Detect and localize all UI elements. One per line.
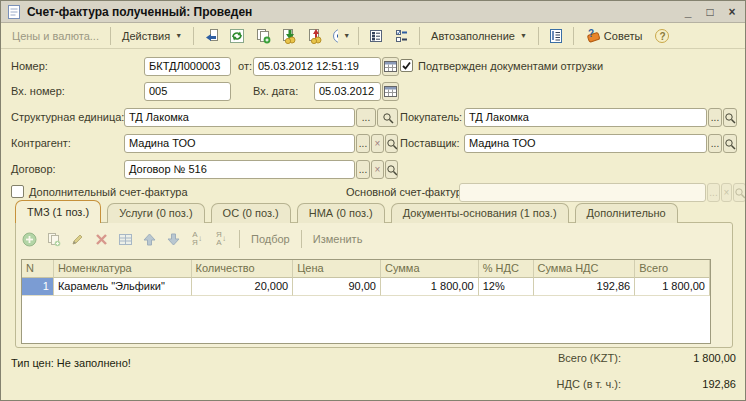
additional-invoice-checkbox[interactable] — [11, 185, 24, 198]
delete-row-button[interactable] — [92, 230, 110, 248]
contractor-open-button[interactable] — [385, 134, 398, 153]
separator — [538, 27, 539, 45]
structural-unit-field[interactable]: ТД Лакомка — [124, 108, 355, 127]
buyer-select-button[interactable]: ... — [708, 108, 722, 127]
post-document-button[interactable] — [277, 25, 301, 47]
prices-currency-button[interactable]: Цены и валюта... — [6, 25, 105, 47]
main-invoice-select-button[interactable]: ... — [707, 183, 720, 202]
in-date-calendar-button[interactable] — [382, 82, 399, 101]
move-down-button[interactable] — [164, 230, 182, 248]
copy-row-icon — [46, 232, 61, 247]
related-documents-button[interactable] — [544, 25, 568, 47]
minimize-button[interactable]: _ — [681, 5, 695, 19]
contractor-field[interactable]: Мадина ТОО — [124, 134, 355, 153]
pick-button[interactable]: Подбор — [249, 233, 292, 245]
table-cell[interactable]: 12% — [479, 278, 534, 296]
tab-services[interactable]: Услуги (0 поз.) — [107, 203, 204, 223]
in-number-label: Вх. номер: — [11, 85, 65, 97]
confirmed-checkbox[interactable] — [400, 59, 413, 72]
list-rows-button[interactable] — [364, 25, 388, 47]
grid-icon — [118, 232, 133, 247]
tips-button[interactable]: ? Советы — [579, 25, 648, 47]
column-header[interactable]: Номенклатура — [54, 260, 192, 278]
maximize-button[interactable]: □ — [703, 5, 717, 19]
items-table[interactable]: NНоменклатураКоличествоЦенаСумма% НДССум… — [21, 259, 711, 344]
column-header[interactable]: Сумма НДС — [534, 260, 636, 278]
actions-menu-button[interactable]: Действия▼ — [116, 25, 188, 47]
date-field[interactable]: 05.03.2012 12:51:19 — [253, 57, 381, 76]
tab-basis-documents[interactable]: Документы-основания (1 поз.) — [391, 203, 569, 223]
buyer-field[interactable]: ТД Лакомка — [464, 108, 707, 127]
table-cell[interactable]: 1 800,00 — [635, 278, 710, 296]
supplier-label: Поставщик: — [400, 137, 459, 149]
refresh-button[interactable] — [225, 25, 249, 47]
date-calendar-button[interactable] — [382, 57, 399, 76]
column-header[interactable]: Сумма — [381, 260, 479, 278]
vat-label: НДС (в т. ч.): — [521, 378, 621, 390]
column-header[interactable]: Цена — [293, 260, 381, 278]
table-cell[interactable]: 90,00 — [293, 278, 381, 296]
additional-invoice-label[interactable]: Дополнительный счет-фактура — [29, 186, 188, 198]
magnifier-icon — [382, 112, 394, 124]
autofill-menu-button[interactable]: Автозаполнение▼ — [425, 25, 533, 47]
tab-strip: ТМЗ (1 поз.) Услуги (0 поз.) ОС (0 поз.)… — [15, 200, 678, 223]
table-row[interactable]: 1Карамель "Эльфики"20,00090,001 800,0012… — [22, 278, 710, 296]
structural-unit-select-button[interactable]: ... — [356, 108, 376, 127]
add-row-button[interactable] — [20, 230, 38, 248]
column-header[interactable]: Количество — [192, 260, 294, 278]
tab-additional[interactable]: Дополнительно — [575, 203, 678, 223]
close-button[interactable]: × — [725, 5, 739, 19]
checklist-button[interactable] — [390, 25, 414, 47]
tips-icon: ? — [585, 28, 601, 44]
move-end-button[interactable] — [116, 230, 134, 248]
supplier-field[interactable]: Мадина ТОО — [464, 134, 707, 153]
table-toolbar: АЯ↓ ЯА↓ Подбор Изменить — [20, 228, 364, 250]
table-cell[interactable]: 1 — [22, 278, 54, 296]
in-date-field[interactable]: 05.03.2012 — [314, 82, 381, 101]
chevron-down-icon: ▼ — [343, 32, 350, 39]
change-button[interactable]: Изменить — [311, 233, 365, 245]
calendar-icon — [384, 85, 397, 98]
supplier-open-button[interactable] — [723, 134, 737, 153]
separator — [110, 27, 111, 45]
number-field[interactable]: БКТДЛ000003 — [144, 57, 231, 76]
tab-os[interactable]: ОС (0 поз.) — [211, 203, 291, 223]
tab-nma[interactable]: НМА (0 поз.) — [297, 203, 385, 223]
save-close-button[interactable] — [199, 25, 223, 47]
help-button[interactable]: ? — [650, 25, 674, 47]
contract-field[interactable]: Договор № 516 — [124, 160, 355, 179]
tab-tmz[interactable]: ТМЗ (1 поз.) — [15, 200, 101, 223]
table-cell[interactable]: Карамель "Эльфики" — [54, 278, 192, 296]
contract-select-button[interactable]: ... — [356, 160, 370, 179]
contractor-clear-button[interactable]: × — [371, 134, 384, 153]
main-invoice-open-button[interactable] — [733, 183, 746, 202]
column-header[interactable]: Всего — [635, 260, 710, 278]
check-icon — [401, 60, 412, 71]
column-header[interactable]: % НДС — [479, 260, 534, 278]
column-header[interactable]: N — [22, 260, 54, 278]
table-cell[interactable]: 192,86 — [534, 278, 636, 296]
confirmed-checkbox-label[interactable]: Подтвержден документами отгрузки — [418, 60, 603, 72]
unpost-document-button[interactable] — [303, 25, 327, 47]
contract-clear-button[interactable]: × — [371, 160, 384, 179]
move-up-button[interactable] — [140, 230, 158, 248]
go-to-button[interactable]: ▼ — [329, 25, 353, 47]
table-cell[interactable]: 1 800,00 — [381, 278, 479, 296]
sort-descending-button[interactable]: ЯА↓ — [212, 230, 230, 248]
structural-unit-label: Структурная единица: — [11, 111, 124, 123]
table-cell[interactable]: 20,000 — [192, 278, 294, 296]
contract-open-button[interactable] — [385, 160, 398, 179]
list-rows-icon — [368, 28, 384, 44]
supplier-select-button[interactable]: ... — [708, 134, 722, 153]
sort-ascending-button[interactable]: АЯ↓ — [188, 230, 206, 248]
copy-row-button[interactable] — [44, 230, 62, 248]
contractor-select-button[interactable]: ... — [356, 134, 370, 153]
copy-button[interactable] — [251, 25, 275, 47]
main-invoice-clear-button[interactable]: × — [721, 183, 732, 202]
structural-unit-open-button[interactable] — [377, 108, 398, 127]
related-documents-icon — [548, 28, 564, 44]
buyer-open-button[interactable] — [723, 108, 737, 127]
edit-row-button[interactable] — [68, 230, 86, 248]
main-toolbar: Цены и валюта... Действия▼ — [1, 23, 745, 49]
in-number-field[interactable]: 005 — [144, 82, 231, 101]
